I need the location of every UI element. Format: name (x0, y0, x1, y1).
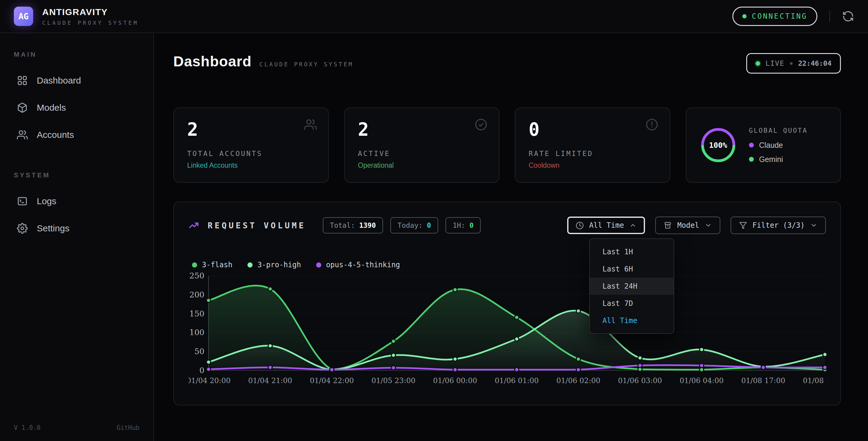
live-clock: 22:46:04 (798, 59, 832, 67)
connection-status-badge: CONNECTING (733, 7, 818, 26)
stat-card-active: 2 ACTIVE Operational (344, 108, 500, 183)
sidebar-item-settings[interactable]: Settings (14, 215, 140, 242)
separator-dot-icon (790, 62, 793, 65)
quota-label: GLOBAL QUOTA (749, 127, 808, 134)
svg-text:01/06 00:00: 01/06 00:00 (433, 377, 477, 385)
clock-icon (576, 222, 584, 230)
sidebar-item-label: Models (37, 102, 66, 113)
svg-text:01/08 18:00: 01/08 18:00 (803, 377, 827, 385)
svg-text:01/04 21:00: 01/04 21:00 (248, 377, 292, 385)
request-volume-panel: REQUEST VOLUME Total: 1390 Today: 0 1H: … (173, 202, 841, 405)
dropdown-item-last-24h[interactable]: Last 24H (590, 277, 674, 295)
svg-text:200: 200 (189, 290, 204, 299)
time-range-dropdown: Last 1H Last 6H Last 24H Last 7D All Tim… (589, 238, 674, 334)
svg-text:01/06 04:00: 01/06 04:00 (680, 377, 724, 385)
app-header: AG ANTIGRAVITY CLAUDE PROXY SYSTEM CONNE… (0, 0, 868, 33)
sidebar-item-label: Dashboard (37, 76, 81, 86)
stat-label: TOTAL ACCOUNTS (187, 150, 315, 157)
users-icon (304, 118, 317, 131)
stat-label: ACTIVE (358, 150, 486, 157)
sidebar-item-label: Settings (37, 223, 69, 233)
stat-card-global-quota: 100% GLOBAL QUOTA Claude Gemini (686, 108, 841, 183)
terminal-icon (17, 196, 28, 207)
series-dot-icon (247, 262, 253, 268)
time-range-button[interactable]: All Time (567, 216, 645, 234)
sidebar-item-logs[interactable]: Logs (14, 187, 140, 215)
quota-ring-chart: 100% (700, 126, 737, 164)
chevron-down-icon (705, 222, 712, 229)
dropdown-item-last-7d[interactable]: Last 7D (590, 295, 674, 312)
stat-sublabel: Cooldown (529, 161, 656, 170)
sidebar-item-accounts[interactable]: Accounts (14, 121, 140, 148)
dropdown-item-all-time[interactable]: All Time (590, 312, 674, 329)
sidebar-item-dashboard[interactable]: Dashboard (14, 67, 140, 94)
legend-item-3-flash[interactable]: 3-flash (192, 261, 232, 269)
quota-legend-gemini: Gemini (749, 155, 808, 164)
sidebar-section-main: MAIN (14, 51, 140, 59)
cube-icon (17, 102, 28, 113)
legend-item-3-pro-high[interactable]: 3-pro-high (247, 261, 301, 269)
dropdown-item-last-6h[interactable]: Last 6H (590, 260, 674, 277)
app-logo: AG (14, 7, 33, 26)
gear-icon (17, 223, 28, 234)
stat-label: RATE LIMITED (529, 150, 656, 157)
refresh-icon[interactable] (842, 10, 854, 22)
funnel-icon (739, 222, 747, 230)
stat-value: 2 (358, 119, 486, 139)
svg-text:01/08 17:00: 01/08 17:00 (741, 377, 785, 385)
dropdown-item-last-1h[interactable]: Last 1H (590, 243, 674, 260)
svg-text:01/06 03:00: 01/06 03:00 (618, 377, 662, 385)
sidebar-item-label: Accounts (37, 130, 74, 140)
stat-value: 2 (187, 119, 315, 139)
sidebar-item-models[interactable]: Models (14, 94, 140, 121)
today-chip: Today: 0 (390, 217, 438, 233)
app-subtitle: CLAUDE PROXY SYSTEM (42, 20, 138, 26)
app-title: ANTIGRAVITY (42, 7, 138, 17)
model-filter-button[interactable]: Model (655, 216, 720, 234)
svg-text:01/04 22:00: 01/04 22:00 (310, 377, 354, 385)
connection-status-label: CONNECTING (752, 12, 808, 21)
svg-text:01/04 20:00: 01/04 20:00 (188, 377, 230, 385)
stat-sublabel: Linked Accounts (187, 161, 315, 170)
sidebar-section-system: SYSTEM (14, 171, 140, 179)
one-hour-chip: 1H: 0 (445, 217, 481, 233)
page-title: Dashboard (173, 53, 252, 70)
sidebar-item-label: Logs (37, 196, 56, 206)
brand: AG ANTIGRAVITY CLAUDE PROXY SYSTEM (14, 7, 138, 26)
series-dot-icon (192, 262, 197, 268)
svg-text:01/06 01:00: 01/06 01:00 (495, 377, 539, 385)
grid-icon (17, 75, 28, 86)
svg-text:150: 150 (189, 309, 204, 318)
alert-circle-icon (646, 118, 658, 131)
live-dot-icon (755, 61, 760, 66)
stat-value: 0 (529, 119, 656, 139)
status-dot-icon (742, 14, 747, 19)
chart-title: REQUEST VOLUME (208, 221, 306, 230)
live-status-badge: LIVE 22:46:04 (746, 53, 841, 74)
svg-text:50: 50 (194, 347, 204, 356)
chevron-down-icon (810, 222, 817, 229)
svg-text:0: 0 (199, 366, 204, 375)
github-link[interactable]: GitHub (117, 424, 140, 431)
page-subtitle: CLAUDE PROXY SYSTEM (259, 61, 353, 67)
check-circle-icon (475, 118, 487, 131)
series-dot-icon (316, 262, 321, 268)
svg-text:01/05 23:00: 01/05 23:00 (372, 377, 415, 385)
legend-item-opus[interactable]: opus-4-5-thinking (316, 261, 400, 269)
users-icon (17, 129, 28, 140)
trending-up-icon (188, 220, 199, 231)
box-icon (664, 222, 672, 230)
filter-button[interactable]: Filter (3/3) (731, 216, 826, 234)
main-content: Dashboard CLAUDE PROXY SYSTEM LIVE 22:46… (154, 33, 868, 441)
app-version: V 1.0.0 (14, 424, 41, 431)
total-chip: Total: 1390 (323, 217, 383, 233)
svg-text:100: 100 (189, 328, 204, 337)
svg-text:250: 250 (189, 272, 204, 280)
gemini-dot-icon (749, 157, 754, 162)
quota-percent: 100% (700, 126, 737, 164)
chart-legend: 3-flash 3-pro-high opus-4-5-thinking (192, 261, 826, 269)
stat-card-total-accounts: 2 TOTAL ACCOUNTS Linked Accounts (173, 108, 329, 183)
stat-sublabel: Operational (358, 161, 486, 170)
sidebar: MAIN Dashboard Models Accounts SYSTEM (0, 33, 154, 441)
header-divider (830, 11, 830, 22)
